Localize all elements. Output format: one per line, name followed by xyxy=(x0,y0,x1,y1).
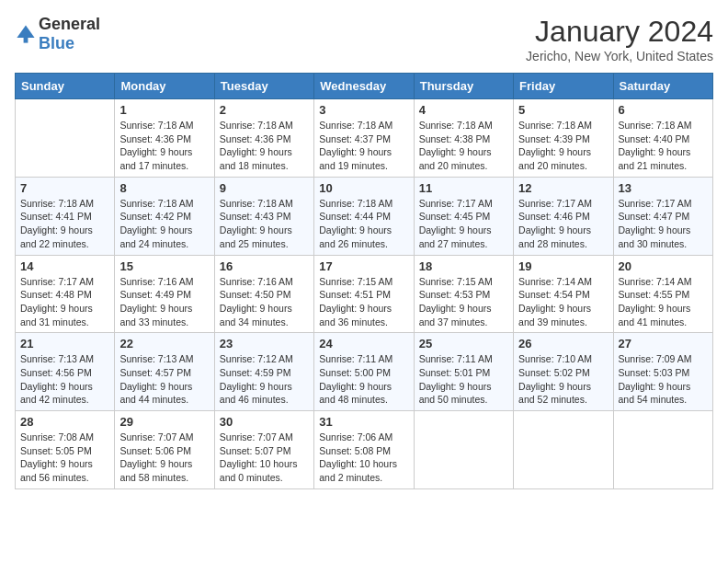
day-number: 14 xyxy=(20,259,109,273)
day-info: Sunrise: 7:09 AMSunset: 5:03 PMDaylight:… xyxy=(619,352,708,407)
calendar-cell: 1Sunrise: 7:18 AMSunset: 4:36 PMDaylight… xyxy=(115,99,214,178)
day-number: 6 xyxy=(619,103,708,117)
day-number: 25 xyxy=(419,337,508,350)
day-number: 31 xyxy=(319,415,408,429)
day-info: Sunrise: 7:17 AMSunset: 4:46 PMDaylight:… xyxy=(518,197,608,251)
calendar-cell: 6Sunrise: 7:18 AMSunset: 4:40 PMDaylight… xyxy=(613,99,712,178)
calendar-cell: 2Sunrise: 7:18 AMSunset: 4:36 PMDaylight… xyxy=(214,99,313,178)
day-number: 3 xyxy=(319,103,408,117)
day-number: 11 xyxy=(419,181,508,195)
day-number: 7 xyxy=(20,181,109,195)
day-info: Sunrise: 7:16 AMSunset: 4:49 PMDaylight:… xyxy=(119,275,209,329)
day-info: Sunrise: 7:14 AMSunset: 4:55 PMDaylight:… xyxy=(619,275,708,329)
calendar-cell: 4Sunrise: 7:18 AMSunset: 4:38 PMDaylight… xyxy=(414,99,513,178)
calendar-cell: 21Sunrise: 7:13 AMSunset: 4:56 PMDayligh… xyxy=(16,333,115,411)
month-title: January 2024 xyxy=(526,15,713,49)
svg-marker-0 xyxy=(17,25,34,38)
day-info: Sunrise: 7:18 AMSunset: 4:36 PMDaylight:… xyxy=(119,119,209,173)
header-sunday: Sunday xyxy=(16,74,115,99)
svg-rect-1 xyxy=(24,38,28,43)
header-wednesday: Wednesday xyxy=(314,74,414,99)
calendar-cell: 15Sunrise: 7:16 AMSunset: 4:49 PMDayligh… xyxy=(115,255,214,333)
calendar-cell: 13Sunrise: 7:17 AMSunset: 4:47 PMDayligh… xyxy=(613,177,712,255)
day-info: Sunrise: 7:08 AMSunset: 5:05 PMDaylight:… xyxy=(20,431,109,485)
calendar-cell: 5Sunrise: 7:18 AMSunset: 4:39 PMDaylight… xyxy=(514,99,613,178)
day-number: 20 xyxy=(619,259,708,273)
day-number: 1 xyxy=(119,103,209,117)
day-info: Sunrise: 7:17 AMSunset: 4:48 PMDaylight:… xyxy=(20,275,109,329)
logo-blue: Blue xyxy=(39,34,74,52)
header-monday: Monday xyxy=(115,74,214,99)
calendar-cell: 31Sunrise: 7:06 AMSunset: 5:08 PMDayligh… xyxy=(314,411,414,489)
calendar-cell: 24Sunrise: 7:11 AMSunset: 5:00 PMDayligh… xyxy=(314,333,414,411)
day-info: Sunrise: 7:16 AMSunset: 4:50 PMDaylight:… xyxy=(220,275,309,329)
day-info: Sunrise: 7:18 AMSunset: 4:39 PMDaylight:… xyxy=(518,119,608,173)
day-number: 22 xyxy=(119,337,209,350)
header-tuesday: Tuesday xyxy=(214,74,313,99)
day-info: Sunrise: 7:17 AMSunset: 4:47 PMDaylight:… xyxy=(619,197,708,251)
logo: General Blue xyxy=(15,15,100,53)
day-number: 21 xyxy=(20,337,109,350)
day-info: Sunrise: 7:18 AMSunset: 4:43 PMDaylight:… xyxy=(220,197,309,251)
day-info: Sunrise: 7:17 AMSunset: 4:45 PMDaylight:… xyxy=(419,197,508,251)
day-number: 2 xyxy=(220,103,309,117)
calendar-week-row: 28Sunrise: 7:08 AMSunset: 5:05 PMDayligh… xyxy=(16,411,713,489)
day-number: 10 xyxy=(319,181,408,195)
day-number: 23 xyxy=(220,337,309,350)
day-number: 4 xyxy=(419,103,508,117)
header-friday: Friday xyxy=(514,74,613,99)
calendar-cell: 20Sunrise: 7:14 AMSunset: 4:55 PMDayligh… xyxy=(613,255,712,333)
calendar-header-row: SundayMondayTuesdayWednesdayThursdayFrid… xyxy=(16,74,713,99)
day-info: Sunrise: 7:15 AMSunset: 4:53 PMDaylight:… xyxy=(419,275,508,329)
day-info: Sunrise: 7:07 AMSunset: 5:06 PMDaylight:… xyxy=(119,431,209,485)
day-number: 28 xyxy=(20,415,109,429)
day-number: 12 xyxy=(518,181,608,195)
calendar-cell: 30Sunrise: 7:07 AMSunset: 5:07 PMDayligh… xyxy=(214,411,313,489)
calendar-cell: 18Sunrise: 7:15 AMSunset: 4:53 PMDayligh… xyxy=(414,255,513,333)
day-info: Sunrise: 7:18 AMSunset: 4:44 PMDaylight:… xyxy=(319,197,408,251)
calendar-cell: 27Sunrise: 7:09 AMSunset: 5:03 PMDayligh… xyxy=(613,333,712,411)
calendar-cell xyxy=(613,411,712,489)
day-number: 27 xyxy=(619,337,708,350)
day-number: 26 xyxy=(518,337,608,350)
calendar-week-row: 7Sunrise: 7:18 AMSunset: 4:41 PMDaylight… xyxy=(16,177,713,255)
day-info: Sunrise: 7:15 AMSunset: 4:51 PMDaylight:… xyxy=(319,275,408,329)
logo-general: General xyxy=(39,15,100,33)
location-subtitle: Jericho, New York, United States xyxy=(526,49,713,63)
calendar-cell: 26Sunrise: 7:10 AMSunset: 5:02 PMDayligh… xyxy=(514,333,613,411)
calendar-cell xyxy=(514,411,613,489)
calendar-week-row: 21Sunrise: 7:13 AMSunset: 4:56 PMDayligh… xyxy=(16,333,713,411)
day-info: Sunrise: 7:13 AMSunset: 4:56 PMDaylight:… xyxy=(20,352,109,407)
day-info: Sunrise: 7:18 AMSunset: 4:40 PMDaylight:… xyxy=(619,119,708,173)
day-info: Sunrise: 7:18 AMSunset: 4:41 PMDaylight:… xyxy=(20,197,109,251)
day-number: 15 xyxy=(119,259,209,273)
calendar-cell: 3Sunrise: 7:18 AMSunset: 4:37 PMDaylight… xyxy=(314,99,414,178)
calendar-cell: 14Sunrise: 7:17 AMSunset: 4:48 PMDayligh… xyxy=(16,255,115,333)
calendar-cell: 28Sunrise: 7:08 AMSunset: 5:05 PMDayligh… xyxy=(16,411,115,489)
day-info: Sunrise: 7:11 AMSunset: 5:00 PMDaylight:… xyxy=(319,352,408,407)
header-saturday: Saturday xyxy=(613,74,712,99)
calendar-cell: 11Sunrise: 7:17 AMSunset: 4:45 PMDayligh… xyxy=(414,177,513,255)
calendar-week-row: 1Sunrise: 7:18 AMSunset: 4:36 PMDaylight… xyxy=(16,99,713,178)
calendar-cell: 12Sunrise: 7:17 AMSunset: 4:46 PMDayligh… xyxy=(514,177,613,255)
logo-icon xyxy=(15,23,37,45)
header-thursday: Thursday xyxy=(414,74,513,99)
calendar-cell: 16Sunrise: 7:16 AMSunset: 4:50 PMDayligh… xyxy=(214,255,313,333)
day-number: 17 xyxy=(319,259,408,273)
day-number: 8 xyxy=(119,181,209,195)
calendar-cell: 9Sunrise: 7:18 AMSunset: 4:43 PMDaylight… xyxy=(214,177,313,255)
day-info: Sunrise: 7:10 AMSunset: 5:02 PMDaylight:… xyxy=(518,352,608,407)
calendar-table: SundayMondayTuesdayWednesdayThursdayFrid… xyxy=(15,73,713,489)
day-info: Sunrise: 7:14 AMSunset: 4:54 PMDaylight:… xyxy=(518,275,608,329)
calendar-cell: 17Sunrise: 7:15 AMSunset: 4:51 PMDayligh… xyxy=(314,255,414,333)
day-info: Sunrise: 7:12 AMSunset: 4:59 PMDaylight:… xyxy=(220,352,309,407)
day-info: Sunrise: 7:07 AMSunset: 5:07 PMDaylight:… xyxy=(220,431,309,485)
calendar-cell: 25Sunrise: 7:11 AMSunset: 5:01 PMDayligh… xyxy=(414,333,513,411)
day-number: 29 xyxy=(119,415,209,429)
day-info: Sunrise: 7:06 AMSunset: 5:08 PMDaylight:… xyxy=(319,431,408,485)
day-number: 30 xyxy=(220,415,309,429)
day-info: Sunrise: 7:18 AMSunset: 4:42 PMDaylight:… xyxy=(119,197,209,251)
calendar-cell: 29Sunrise: 7:07 AMSunset: 5:06 PMDayligh… xyxy=(115,411,214,489)
page-header: General Blue January 2024 Jericho, New Y… xyxy=(15,15,713,63)
calendar-cell: 22Sunrise: 7:13 AMSunset: 4:57 PMDayligh… xyxy=(115,333,214,411)
